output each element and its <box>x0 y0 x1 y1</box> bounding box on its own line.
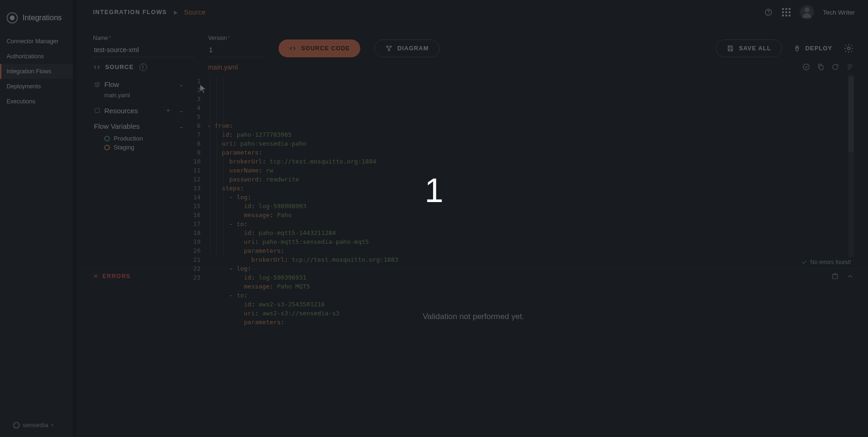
format-icon[interactable] <box>846 63 854 71</box>
topbar: INTEGRATION FLOWS ▶ Source Tech Writer <box>79 0 868 24</box>
source-section-label: SOURCE i <box>93 63 147 71</box>
env-dot-orange-icon <box>104 145 110 150</box>
env-staging[interactable]: Staging <box>93 144 185 151</box>
tree-flow-file[interactable]: main.yaml <box>93 92 185 99</box>
sidebar: Integrations Connector ManagerAuthorizat… <box>0 0 74 437</box>
sidebar-item-integration-flows[interactable]: Integration Flows <box>0 64 74 79</box>
errors-label: ERRORS <box>102 273 131 280</box>
user-name: Tech Writer <box>823 9 855 16</box>
chevron-down-icon: ⌄ <box>179 81 184 88</box>
brand-label: Integrations <box>23 14 62 22</box>
svg-point-6 <box>847 47 850 50</box>
line-gutter: 1234567891011121314151617181920212223 <box>185 75 205 257</box>
name-label: Name* <box>93 35 194 41</box>
user-area: Tech Writer <box>764 5 855 20</box>
source-bar: SOURCE i main.yaml <box>79 57 868 74</box>
errors-collapse-icon[interactable] <box>846 273 854 280</box>
editor-scrollbar[interactable] <box>848 75 854 257</box>
tree-flow-variables[interactable]: Flow Variables ⌄ <box>93 119 185 133</box>
source-tree: Flow ⌄ main.yaml Resources ＋ ⌄ Flow Vari… <box>93 75 185 257</box>
version-input[interactable] <box>208 43 264 57</box>
chevron-down-icon: ⌄ <box>179 107 184 114</box>
svg-rect-8 <box>820 66 823 70</box>
brand: Integrations <box>0 0 74 34</box>
sidebar-shadow <box>73 0 78 437</box>
code-text[interactable]: - from: id: paho-1277783985 uri: paho:se… <box>205 75 845 257</box>
save-all-button[interactable]: SAVE ALL <box>716 39 782 57</box>
editor: Flow ⌄ main.yaml Resources ＋ ⌄ Flow Vari… <box>79 74 868 257</box>
svg-point-4 <box>388 50 390 51</box>
tree-flow[interactable]: Flow ⌄ <box>93 78 185 91</box>
validate-icon[interactable] <box>802 63 810 71</box>
tree-resources[interactable]: Resources ＋ ⌄ <box>93 103 185 117</box>
sidebar-footer: sensedia • <box>0 413 74 437</box>
breadcrumb: INTEGRATION FLOWS ▶ Source <box>93 8 206 16</box>
avatar[interactable] <box>799 5 814 20</box>
form-row: Name* Version* SOURCE CODE DIAGRAM SAVE <box>79 24 868 57</box>
sensedia-label: sensedia <box>23 421 48 429</box>
brand-logo-icon <box>7 12 18 23</box>
svg-point-5 <box>796 47 798 48</box>
copy-icon[interactable] <box>817 63 825 71</box>
errors-x-icon: ✕ <box>93 273 99 280</box>
sidebar-item-executions[interactable]: Executions <box>0 94 74 109</box>
name-input[interactable] <box>93 43 194 57</box>
sidebar-item-connector-manager[interactable]: Connector Manager <box>0 34 74 49</box>
help-icon[interactable] <box>764 8 773 17</box>
source-code-button[interactable]: SOURCE CODE <box>279 39 360 57</box>
sidebar-nav: Connector ManagerAuthorizationsIntegrati… <box>0 34 74 109</box>
settings-icon[interactable] <box>844 43 854 54</box>
code-area[interactable]: 1234567891011121314151617181920212223 - … <box>185 75 854 257</box>
editor-tab-main[interactable]: main.yaml <box>208 63 238 71</box>
main: INTEGRATION FLOWS ▶ Source Tech Writer N… <box>79 0 868 437</box>
env-production[interactable]: Production <box>93 135 185 142</box>
deploy-button[interactable]: DEPLOY <box>790 39 835 57</box>
breadcrumb-root[interactable]: INTEGRATION FLOWS <box>93 9 167 16</box>
svg-point-1 <box>768 14 768 14</box>
env-dot-green-icon <box>104 136 110 141</box>
sensedia-logo-icon <box>13 422 20 429</box>
version-label: Version* <box>208 35 264 41</box>
diagram-button[interactable]: DIAGRAM <box>374 39 440 57</box>
chevron-down-icon: ⌄ <box>179 123 184 130</box>
sidebar-item-deployments[interactable]: Deployments <box>0 79 74 94</box>
add-resource-icon[interactable]: ＋ <box>165 106 171 115</box>
breadcrumb-sep-icon: ▶ <box>174 9 178 16</box>
refresh-icon[interactable] <box>831 63 839 71</box>
sensedia-dot-accent: • <box>51 423 54 428</box>
svg-point-7 <box>803 64 809 70</box>
breadcrumb-current: Source <box>184 8 206 16</box>
svg-rect-9 <box>95 108 99 112</box>
apps-menu-icon[interactable] <box>782 8 791 17</box>
info-icon[interactable]: i <box>140 63 147 71</box>
sidebar-item-authorizations[interactable]: Authorizations <box>0 49 74 64</box>
